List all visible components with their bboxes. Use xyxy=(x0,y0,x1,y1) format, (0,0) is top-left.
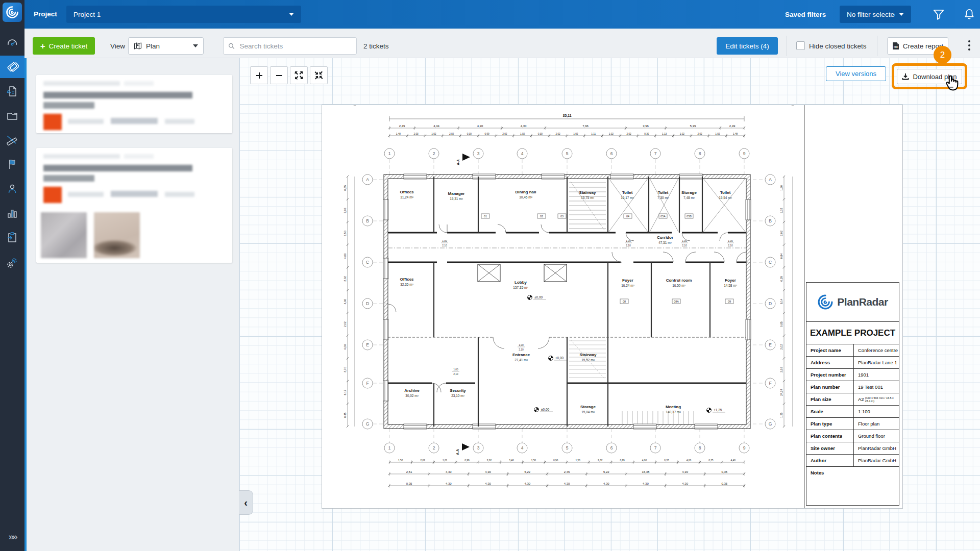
svg-text:16,50 m²: 16,50 m² xyxy=(672,284,685,287)
svg-text:2,02: 2,02 xyxy=(598,459,603,462)
sidebar-item-statistics[interactable] xyxy=(0,202,24,224)
svg-text:16,38: 16,38 xyxy=(642,470,650,473)
ticket-card[interactable] xyxy=(36,148,232,263)
sidebar-item-dashboard[interactable] xyxy=(0,32,24,54)
svg-text:2,10: 2,10 xyxy=(626,244,631,247)
svg-text:3: 3 xyxy=(477,151,480,156)
plan-room-label: Control room xyxy=(666,278,692,283)
svg-text:7,48 m²: 7,48 m² xyxy=(683,196,695,199)
svg-text:±0,00: ±0,00 xyxy=(541,408,550,411)
svg-text:A-A: A-A xyxy=(456,159,460,165)
svg-text:0,35: 0,35 xyxy=(708,459,714,462)
sidebar-item-contacts[interactable] xyxy=(0,178,24,200)
gears-settings-icon xyxy=(6,257,19,270)
panel-collapse-button[interactable]: ‹ xyxy=(239,490,253,515)
svg-text:27,41 m²: 27,41 m² xyxy=(514,358,528,362)
flag-icon xyxy=(6,158,18,170)
svg-text:4,30: 4,30 xyxy=(682,482,688,485)
person-icon xyxy=(6,183,18,195)
svg-text:1,01: 1,01 xyxy=(443,459,448,462)
sidebar-expand-chevrons[interactable]: »» xyxy=(0,527,24,547)
svg-text:0,30: 0,30 xyxy=(644,133,649,135)
svg-text:05A: 05A xyxy=(660,215,666,218)
plus-icon: + xyxy=(40,42,45,51)
notifications-bell-icon[interactable] xyxy=(963,8,976,21)
ticket-card[interactable] xyxy=(36,75,232,133)
svg-text:4,30: 4,30 xyxy=(485,482,491,485)
fit-to-screen-button[interactable] xyxy=(290,66,308,84)
svg-text:5,39: 5,39 xyxy=(690,124,696,128)
hide-closed-checkbox[interactable] xyxy=(796,41,805,50)
sidebar-item-forms[interactable] xyxy=(0,226,24,248)
search-tickets-input[interactable] xyxy=(238,42,352,51)
divider xyxy=(787,36,787,56)
fit-to-plan-button[interactable] xyxy=(310,66,328,84)
create-ticket-button[interactable]: + Create ticket xyxy=(33,37,95,55)
svg-text:3,70: 3,70 xyxy=(344,367,347,372)
svg-text:F: F xyxy=(366,381,369,386)
more-menu-kebab-icon[interactable] xyxy=(965,37,974,54)
plan-room-label: Entrance xyxy=(512,353,530,357)
plan-info-row: Site ownerPlanRadar GmbH xyxy=(806,442,899,455)
svg-text:5,22: 5,22 xyxy=(524,470,530,473)
svg-text:PDF: PDF xyxy=(894,46,898,48)
ticket-card-blurred-content xyxy=(36,148,232,263)
svg-text:4,00: 4,00 xyxy=(344,299,347,305)
svg-text:A: A xyxy=(366,177,369,182)
plan-room-label: Stairway xyxy=(580,353,597,357)
brand-name: PlanRadar xyxy=(837,296,888,308)
svg-text:47,51 m²: 47,51 m² xyxy=(658,241,672,244)
plan-room-label: Toilet xyxy=(622,190,633,195)
svg-text:9,14: 9,14 xyxy=(780,299,783,305)
ticket-photo-thumbnail xyxy=(41,212,87,258)
svg-text:6: 6 xyxy=(610,151,613,156)
sidebar-item-settings[interactable] xyxy=(0,252,24,274)
svg-text:0,35: 0,35 xyxy=(722,482,728,485)
project-label: Project xyxy=(34,10,57,18)
svg-text:2,02: 2,02 xyxy=(555,133,560,135)
ticket-card-blurred-content xyxy=(36,75,232,133)
svg-text:E: E xyxy=(769,342,772,347)
download-plan-button[interactable]: Download plan xyxy=(897,69,962,84)
sidebar-item-projects[interactable] xyxy=(0,105,24,127)
zoom-in-button[interactable] xyxy=(250,66,268,84)
svg-text:1,50: 1,50 xyxy=(344,231,347,236)
sidebar-item-plans[interactable] xyxy=(0,80,24,103)
plan-room-label: Storage xyxy=(681,190,697,195)
sidebar-item-tickets[interactable] xyxy=(0,56,24,78)
view-versions-button[interactable]: View versions xyxy=(826,66,886,81)
svg-text:4,30: 4,30 xyxy=(564,482,570,485)
svg-text:1: 1 xyxy=(388,151,391,156)
svg-text:A-A: A-A xyxy=(456,449,459,455)
view-mode-select[interactable]: Plan xyxy=(128,37,204,55)
plan-sheet-title: EXAMPLE PROJECT xyxy=(806,322,899,344)
plan-title-block: PlanRadar EXAMPLE PROJECT Project nameCo… xyxy=(806,282,899,506)
svg-text:03: 03 xyxy=(560,215,564,218)
zoom-out-button[interactable] xyxy=(270,66,288,84)
svg-text:D: D xyxy=(366,301,369,306)
plan-canvas[interactable]: View versions Download plan xyxy=(239,58,980,551)
saved-filter-select[interactable]: No filter selected xyxy=(840,6,911,23)
planradar-logo[interactable] xyxy=(3,3,22,22)
saved-filter-value: No filter selected xyxy=(847,11,895,18)
svg-text:2,46: 2,46 xyxy=(564,470,570,473)
sidebar-item-measurements[interactable] xyxy=(0,129,24,151)
svg-text:7,30 m²: 7,30 m² xyxy=(657,196,669,199)
svg-text:2,51: 2,51 xyxy=(406,470,412,473)
plan-room-label: Lobby xyxy=(514,280,527,285)
plan-room-label: Stairway xyxy=(579,190,596,195)
sidebar-item-flags[interactable] xyxy=(0,153,24,176)
floor-plan-sheet[interactable]: 112233445566778899AABBCCDDEEFFGGOffices3… xyxy=(322,105,903,509)
edit-tickets-button[interactable]: Edit tickets (4) xyxy=(717,37,778,55)
create-ticket-label: Create ticket xyxy=(49,42,88,50)
hide-closed-label[interactable]: Hide closed tickets xyxy=(809,42,867,50)
svg-text:3,46: 3,46 xyxy=(509,459,514,462)
svg-text:3: 3 xyxy=(477,445,480,450)
svg-text:G: G xyxy=(366,421,370,427)
svg-text:0,35: 0,35 xyxy=(722,470,728,473)
svg-text:1,00: 1,00 xyxy=(442,239,447,242)
svg-text:1,48: 1,48 xyxy=(396,133,401,135)
svg-text:0,35: 0,35 xyxy=(406,482,412,485)
project-select[interactable]: Project 1 xyxy=(66,6,301,23)
filter-funnel-icon[interactable] xyxy=(932,8,945,21)
